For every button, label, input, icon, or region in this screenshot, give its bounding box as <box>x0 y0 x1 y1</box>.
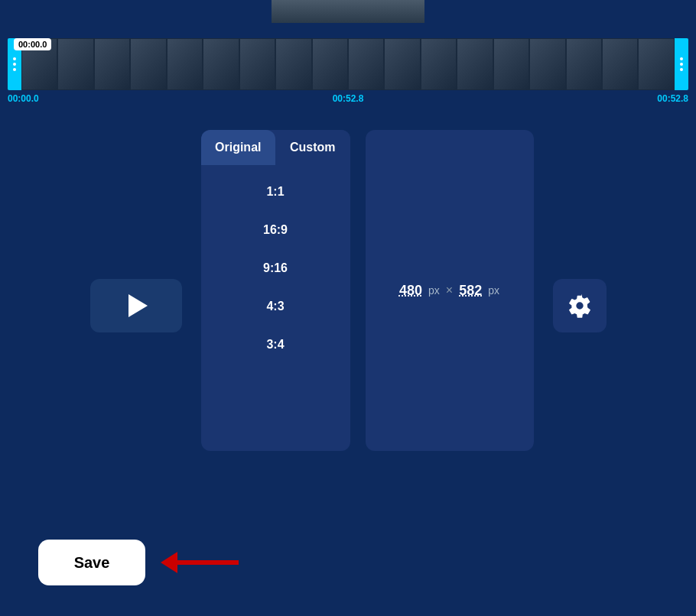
frame-cell <box>312 38 348 90</box>
timeline-strip[interactable] <box>8 38 688 90</box>
arrow-indicator <box>161 552 239 573</box>
frame-cell <box>239 38 275 90</box>
aspect-ratio-panel: Original Custom 1:1 16:9 9:16 4:3 3:4 <box>201 130 350 451</box>
timeline-labels: 00:00.0 00:52.8 00:52.8 <box>8 90 688 107</box>
aspect-list: 1:1 16:9 9:16 4:3 3:4 <box>201 165 350 371</box>
tab-row: Original Custom <box>201 130 350 165</box>
handle-dots-left <box>13 57 16 71</box>
height-unit: px <box>488 284 499 297</box>
width-unit: px <box>428 284 440 297</box>
frame-cell <box>275 38 311 90</box>
aspect-item-16-9[interactable]: 16:9 <box>201 211 350 249</box>
tab-original[interactable]: Original <box>201 130 276 165</box>
frame-cell <box>457 38 493 90</box>
timeline-frames <box>21 38 675 90</box>
tab-custom[interactable]: Custom <box>275 130 350 165</box>
frame-cell <box>493 38 529 90</box>
timeline-label-end: 00:52.8 <box>657 93 688 104</box>
arrow-shaft <box>177 560 239 565</box>
aspect-item-9-16[interactable]: 9:16 <box>201 249 350 287</box>
play-icon <box>128 294 148 317</box>
height-value[interactable]: 582 <box>459 283 482 299</box>
gear-icon <box>568 293 592 318</box>
main-content: Original Custom 1:1 16:9 9:16 4:3 3:4 48… <box>0 115 696 466</box>
play-button[interactable] <box>90 279 182 332</box>
frame-cell <box>384 38 420 90</box>
settings-container <box>549 275 610 336</box>
width-value[interactable]: 480 <box>399 283 422 299</box>
frame-cell <box>602 38 638 90</box>
frame-cell <box>94 38 130 90</box>
dimension-display: 480 px × 582 px <box>399 283 499 299</box>
frame-cell <box>348 38 384 90</box>
handle-dots-right <box>680 57 683 71</box>
timeline-label-start: 00:00.0 <box>8 93 39 104</box>
frame-cell <box>421 38 457 90</box>
frame-cell <box>529 38 565 90</box>
frame-cell <box>167 38 203 90</box>
aspect-item-3-4[interactable]: 3:4 <box>201 326 350 364</box>
aspect-item-1-1[interactable]: 1:1 <box>201 173 350 211</box>
save-button[interactable]: Save <box>38 540 145 585</box>
frame-cell <box>57 38 93 90</box>
frame-cell <box>566 38 602 90</box>
dimension-separator: × <box>446 284 453 297</box>
save-section: Save <box>38 540 239 585</box>
preview-panel: 480 px × 582 px <box>366 130 534 451</box>
timeline-section: 00:00.0 <box>0 38 696 107</box>
play-button-container <box>86 275 186 336</box>
frame-cell <box>130 38 166 90</box>
time-badge: 00:00.0 <box>14 38 51 50</box>
timeline-label-mid: 00:52.8 <box>333 93 364 104</box>
timeline-handle-right[interactable] <box>675 38 688 90</box>
settings-button[interactable] <box>553 279 607 332</box>
aspect-item-4-3[interactable]: 4:3 <box>201 287 350 326</box>
frame-cell <box>638 38 674 90</box>
arrow-head <box>161 552 177 573</box>
frame-cell <box>203 38 239 90</box>
